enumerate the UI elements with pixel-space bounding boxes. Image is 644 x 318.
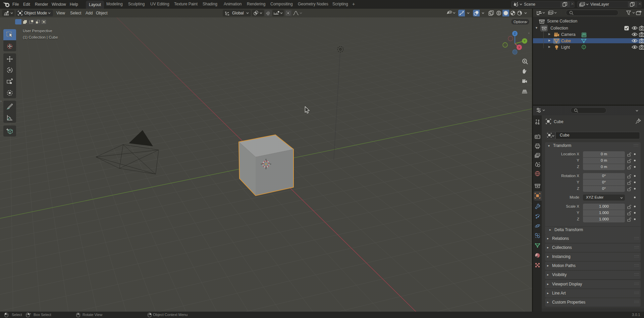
- svg-text:X: X: [518, 46, 520, 49]
- svg-text:Y: Y: [524, 39, 526, 43]
- svg-text:Z: Z: [514, 32, 516, 35]
